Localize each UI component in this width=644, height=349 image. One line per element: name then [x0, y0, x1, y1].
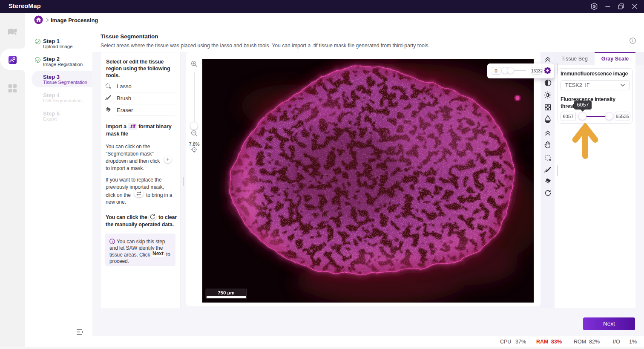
svg-text:750 μm: 750 μm — [218, 290, 235, 295]
